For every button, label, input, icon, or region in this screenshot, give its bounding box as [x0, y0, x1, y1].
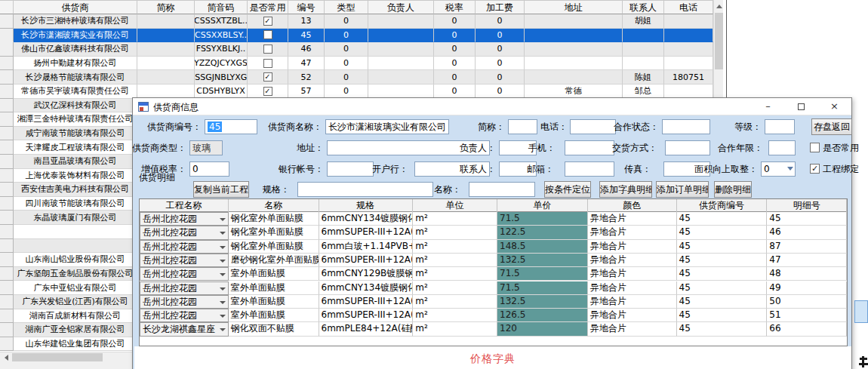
detail-cell[interactable]: m² — [413, 322, 497, 336]
supplier-cell[interactable]: 0 — [476, 29, 525, 43]
supplier-cell[interactable]: 长沙晟格节能玻璃有限公司 — [14, 70, 137, 85]
row-selector-cell[interactable] — [0, 169, 14, 183]
detail-cell[interactable]: m² — [413, 309, 497, 322]
column-header[interactable]: 地址 — [525, 0, 623, 14]
detail-row[interactable]: 岳州北控花园钢化室外单面贴膜6mmCNY134镀膜钢化m²71.5异地合片454… — [140, 212, 847, 226]
supplier-cell[interactable] — [248, 42, 288, 57]
supplier-cell[interactable]: 山东华建铝业集团有限公司 — [14, 337, 137, 352]
column-header[interactable]: 供货商 — [14, 0, 137, 14]
detail-cell[interactable]: 50 — [767, 295, 847, 309]
supplier-cell[interactable] — [368, 29, 434, 43]
supplier-cell[interactable]: 长沙市潇湘玻璃实业有限公司 — [14, 29, 137, 43]
detail-cell[interactable]: 6mmPLE84+12A(硅酮胶... — [319, 322, 414, 336]
supplier-row[interactable]: 长沙市潇湘玻璃实业有限公司CSSXXBLSY..45000 — [0, 29, 713, 43]
supplier-cell[interactable]: CSSGJNBLYXGS — [195, 70, 248, 85]
supplier-cell[interactable]: 180751 — [664, 70, 713, 85]
minimize-button[interactable]: – — [751, 98, 785, 115]
detail-cell[interactable]: m² — [413, 254, 497, 267]
detail-cell[interactable]: 异地合片 — [588, 322, 677, 336]
detail-cell[interactable]: 6mmSUPER-III+12A(硅... — [319, 295, 414, 309]
supplier-cell[interactable]: 武汉亿深科技有限公司 — [14, 99, 137, 113]
round-up-dropdown[interactable]: 0 — [761, 161, 796, 177]
detail-cell[interactable]: 异地合片 — [588, 295, 677, 309]
row-selector-cell[interactable] — [0, 197, 14, 211]
supplier-cell[interactable] — [248, 29, 288, 43]
chevron-down-icon[interactable] — [220, 260, 226, 263]
supplier-cell[interactable]: 0 — [325, 42, 368, 57]
supplier-cell[interactable]: 0 — [325, 14, 368, 29]
detail-cell[interactable]: 45 — [677, 267, 768, 281]
row-selector-cell[interactable] — [0, 85, 14, 99]
row-selector-cell[interactable] — [0, 239, 14, 254]
supplier-cell[interactable]: 西安佳吉美电力科技有限公司 — [14, 183, 137, 197]
detail-cell[interactable]: 122.5 — [497, 226, 588, 239]
supplier-cell[interactable] — [664, 29, 713, 43]
supplier-cell[interactable]: 上海优泰装饰材料有限公司 — [14, 169, 137, 183]
detail-cell[interactable]: 47 — [767, 254, 847, 267]
detail-cell[interactable]: 126.5 — [497, 309, 588, 322]
row-selector-cell[interactable] — [0, 309, 14, 324]
supplier-cell[interactable] — [137, 85, 195, 99]
row-selector-cell[interactable] — [0, 281, 14, 295]
mobile-field[interactable] — [565, 140, 614, 155]
supplier-cell[interactable] — [664, 57, 713, 71]
detail-cell[interactable]: 6mmCNY134镀膜钢化 — [319, 281, 414, 295]
checkbox-unchecked-icon[interactable] — [263, 45, 272, 54]
delete-detail-button[interactable]: 删除明细 — [714, 181, 752, 198]
supplier-cell[interactable]: 广东中亚铝业有限公司 — [14, 281, 137, 295]
row-selector-cell[interactable] — [0, 127, 14, 141]
scroll-left-icon[interactable] — [5, 355, 8, 361]
detail-cell[interactable]: 室外单面贴膜 — [229, 267, 319, 281]
supplier-cell[interactable] — [623, 29, 664, 43]
detail-row[interactable]: 岳州北控花园室外单面贴膜6mmCNY129B镀膜钢化m²71.5异地合片4548 — [140, 267, 847, 281]
checkbox-checked-icon[interactable]: ✓ — [263, 17, 272, 26]
supplier-cell[interactable]: 0 — [434, 29, 476, 43]
supplier-cell[interactable]: CSSSXTZBL.. — [195, 14, 248, 29]
detail-cell[interactable]: 45 — [677, 322, 768, 336]
bank-account-field[interactable] — [327, 161, 374, 177]
detail-row[interactable]: 岳州北控花园钢化室外单面贴膜6mm白玻+1.14PVB+6mm...m²148.… — [140, 240, 847, 254]
supplier-cell[interactable]: 46 — [288, 42, 325, 57]
maximize-button[interactable] — [784, 98, 818, 115]
detail-cell[interactable]: 87 — [767, 240, 847, 254]
supplier-cell[interactable] — [664, 14, 713, 29]
detail-column-header[interactable]: 规格 — [319, 199, 414, 212]
supplier-cell[interactable]: 陈姐 — [623, 70, 664, 85]
supplier-type-field[interactable]: 玻璃 — [189, 140, 223, 155]
detail-column-header[interactable]: 颜色 — [588, 199, 677, 212]
supplier-cell[interactable]: 常德市昊宇玻璃有限责任公司 — [14, 85, 137, 99]
supplier-cell[interactable]: 佛山市亿鑫玻璃科技有限公司 — [14, 42, 137, 57]
add-order-detail-button[interactable]: 添加订单明细 — [656, 181, 709, 198]
supplier-cell[interactable]: 邹总 — [623, 85, 664, 99]
project-combobox[interactable]: 岳州北控花园 — [140, 281, 229, 295]
detail-cell[interactable]: 51 — [767, 309, 847, 322]
supplier-cell[interactable]: 45 — [288, 29, 325, 43]
detail-cell[interactable]: 异地合片 — [588, 226, 677, 239]
detail-cell[interactable]: 钢化室外单面贴膜 — [229, 212, 319, 226]
detail-cell[interactable]: m² — [413, 281, 497, 295]
supplier-cell[interactable] — [368, 57, 434, 71]
chevron-down-icon[interactable] — [220, 218, 226, 221]
column-header[interactable]: 简音码 — [195, 0, 248, 14]
detail-column-header[interactable]: 工程名称 — [140, 199, 229, 212]
detail-row[interactable]: 岳州北控花园钢化室外单面贴膜6mmSUPER-III+12A(硅...m²122… — [140, 226, 847, 239]
supplier-cell[interactable] — [137, 29, 195, 43]
supplier-cell[interactable]: 0 — [325, 70, 368, 85]
row-selector-cell[interactable] — [0, 99, 14, 113]
copy-project-button[interactable]: 复制当前工程 — [193, 181, 249, 198]
suppliers-horizontal-scrollbar[interactable] — [0, 352, 133, 361]
supplier-cell[interactable] — [137, 14, 195, 29]
detail-cell[interactable]: 45 — [677, 281, 768, 295]
project-combobox[interactable]: 岳州北控花园 — [140, 267, 229, 281]
row-selector-cell[interactable] — [0, 14, 14, 29]
add-dict-detail-button[interactable]: 添加字典明细 — [599, 181, 652, 198]
row-selector-cell[interactable] — [0, 112, 14, 127]
project-combobox[interactable]: 岳州北控花园 — [140, 226, 229, 239]
supplier-cell[interactable]: ✓ — [248, 14, 288, 29]
detail-cell[interactable]: m² — [413, 267, 497, 281]
supplier-cell[interactable] — [664, 85, 713, 99]
row-selector-cell[interactable] — [0, 42, 14, 57]
supplier-cell[interactable]: 57 — [288, 85, 325, 99]
detail-cell[interactable]: 异地合片 — [588, 240, 677, 254]
supplier-cell[interactable] — [664, 42, 713, 57]
